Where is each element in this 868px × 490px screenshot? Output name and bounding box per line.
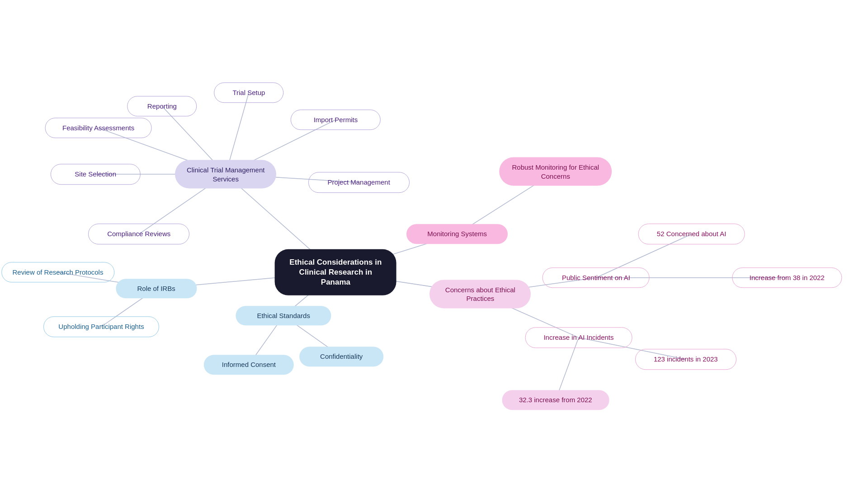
node-increase_ai_incidents[interactable]: Increase in AI Incidents [525,327,632,348]
node-label-increase_ai_incidents: Increase in AI Incidents [543,333,613,342]
node-label-site_selection: Site Selection [75,170,116,179]
node-52_concerned[interactable]: 52 Concerned about AI [638,224,745,245]
node-label-increase_2022: 32.3 increase from 2022 [519,396,592,405]
node-label-public_sentiment: Public Sentiment on AI [562,273,630,282]
node-public_sentiment[interactable]: Public Sentiment on AI [542,267,650,288]
node-label-incidents_2023: 123 incidents in 2023 [654,355,718,364]
node-label-increase_38: Increase from 38 in 2022 [750,273,825,282]
node-label-informed_consent: Informed Consent [222,360,276,369]
node-informed_consent[interactable]: Informed Consent [204,355,293,375]
node-label-clinical_trial: Clinical Trial Management Services [184,166,267,183]
node-role_of_irbs[interactable]: Role of IRBs [116,279,197,299]
node-feasibility[interactable]: Feasibility Assessments [45,118,152,138]
node-increase_38[interactable]: Increase from 38 in 2022 [732,267,842,288]
node-label-upholding: Upholding Participant Rights [58,322,144,331]
node-label-compliance_reviews: Compliance Reviews [107,230,170,239]
node-concerns_ethical[interactable]: Concerns about Ethical Practices [429,280,531,308]
node-label-import_permits: Import Permits [314,115,358,124]
node-label-ethical_standards: Ethical Standards [257,311,310,320]
node-label-monitoring_systems: Monitoring Systems [427,230,487,239]
node-label-52_concerned: 52 Concerned about AI [657,230,726,239]
node-ethical_standards[interactable]: Ethical Standards [236,306,331,326]
node-label-confidentiality: Confidentiality [320,352,363,361]
node-reporting[interactable]: Reporting [127,96,197,117]
node-label-center: Ethical Considerations in Clinical Resea… [286,257,386,287]
node-compliance_reviews[interactable]: Compliance Reviews [88,224,189,245]
node-upholding[interactable]: Upholding Participant Rights [43,316,159,337]
node-confidentiality[interactable]: Confidentiality [299,347,383,366]
node-review_protocols[interactable]: Review of Research Protocols [1,262,114,283]
node-import_permits[interactable]: Import Permits [291,109,380,130]
node-clinical_trial[interactable]: Clinical Trial Management Services [175,160,276,189]
node-robust_monitoring[interactable]: Robust Monitoring for Ethical Concerns [499,157,612,186]
node-site_selection[interactable]: Site Selection [51,164,140,185]
connections-svg [0,0,868,490]
node-trial_setup[interactable]: Trial Setup [214,82,284,103]
node-label-robust_monitoring: Robust Monitoring for Ethical Concerns [508,163,603,181]
node-label-project_management: Project Management [327,178,390,187]
mindmap-container: Ethical Considerations in Clinical Resea… [0,0,868,490]
node-center[interactable]: Ethical Considerations in Clinical Resea… [275,249,396,295]
node-label-reporting: Reporting [147,102,177,111]
node-monitoring_systems[interactable]: Monitoring Systems [406,224,508,244]
node-label-review_protocols: Review of Research Protocols [13,268,104,277]
node-increase_2022[interactable]: 32.3 increase from 2022 [502,390,609,410]
node-label-role_of_irbs: Role of IRBs [137,284,175,293]
node-label-concerns_ethical: Concerns about Ethical Practices [439,285,522,303]
node-incidents_2023[interactable]: 123 incidents in 2023 [635,349,736,370]
node-label-feasibility: Feasibility Assessments [62,124,134,133]
node-label-trial_setup: Trial Setup [232,88,265,97]
node-project_management[interactable]: Project Management [308,172,410,193]
